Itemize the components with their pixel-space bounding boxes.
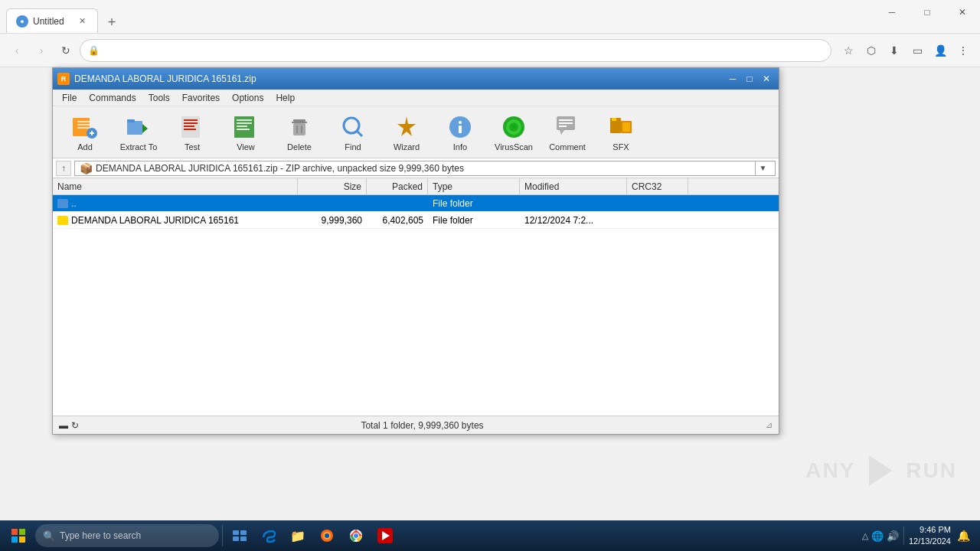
- svg-marker-9: [142, 124, 148, 133]
- profile-button[interactable]: 👤: [929, 40, 951, 61]
- file-type-cell: File folder: [428, 212, 520, 229]
- table-row[interactable]: .. File folder: [53, 195, 779, 212]
- star-button[interactable]: ☆: [838, 40, 859, 61]
- sidebar-button[interactable]: ▭: [906, 40, 928, 61]
- extension-button[interactable]: ⬡: [861, 40, 882, 61]
- file-name-cell: ..: [53, 195, 298, 212]
- toolbar-test-label: Test: [185, 142, 200, 152]
- menu-item-favorites[interactable]: Favorites: [176, 90, 226, 106]
- start-button[interactable]: [3, 522, 34, 549]
- tab-close-button[interactable]: ✕: [76, 15, 88, 28]
- svg-point-34: [511, 125, 516, 129]
- taskbar-divider: [222, 525, 223, 546]
- winrar-maximize-button[interactable]: □: [742, 72, 757, 86]
- svg-rect-44: [622, 122, 630, 132]
- wizard-icon: [393, 113, 420, 141]
- tab-favicon: ●: [16, 15, 28, 28]
- winrar-minimize-button[interactable]: ─: [725, 72, 740, 86]
- toolbar-delete-button[interactable]: Delete: [273, 109, 325, 155]
- folder-icon: [57, 199, 68, 208]
- svg-rect-6: [91, 131, 93, 135]
- menu-item-help[interactable]: Help: [270, 90, 301, 106]
- back-button[interactable]: ‹: [6, 40, 28, 61]
- toolbar-sfx-button[interactable]: SFX: [595, 109, 647, 155]
- menu-item-file[interactable]: File: [56, 90, 83, 106]
- toolbar-find-button[interactable]: Find: [327, 109, 379, 155]
- svg-point-56: [325, 533, 329, 538]
- toolbar-test-button[interactable]: Test: [166, 109, 218, 155]
- taskbar-search-box[interactable]: 🔍 Type here to search: [35, 524, 219, 547]
- file-modified-cell: 12/12/2024 7:2...: [520, 212, 627, 229]
- folder-icon: [57, 216, 68, 225]
- tray-chevron-icon[interactable]: △: [862, 531, 868, 541]
- menu-item-tools[interactable]: Tools: [142, 90, 176, 106]
- column-header-packed[interactable]: Packed: [367, 178, 428, 195]
- toolbar-wizard-label: Wizard: [394, 142, 420, 152]
- address-bar[interactable]: [104, 45, 823, 56]
- comment-icon: [554, 113, 581, 141]
- menu-button[interactable]: ⋮: [952, 40, 974, 61]
- find-icon: [339, 113, 367, 141]
- network-icon: 🌐: [871, 530, 884, 542]
- column-header-modified[interactable]: Modified: [520, 178, 627, 195]
- path-text: DEMANDA LABORAL JURIDICA 165161.zip - ZI…: [96, 163, 752, 174]
- volume-icon[interactable]: 🔊: [887, 530, 899, 542]
- column-header-type[interactable]: Type: [428, 178, 520, 195]
- svg-rect-53: [240, 536, 247, 541]
- taskbar-app-explorer[interactable]: 📁: [284, 522, 312, 549]
- browser-maximize-button[interactable]: □: [910, 0, 945, 24]
- column-header-size[interactable]: Size: [298, 178, 367, 195]
- toolbar-wizard-button[interactable]: Wizard: [381, 109, 433, 155]
- toolbar-virusscan-label: VirusScan: [495, 142, 533, 152]
- svg-rect-48: [11, 536, 18, 543]
- winrar-controls: ─ □ ✕: [725, 72, 774, 86]
- toolbar-add-button[interactable]: Add: [59, 109, 111, 155]
- svg-point-58: [354, 533, 358, 538]
- forward-button[interactable]: ›: [31, 40, 52, 61]
- taskbar-app-chrome[interactable]: [342, 522, 370, 549]
- system-clock[interactable]: 9:46 PM 12/13/2024: [909, 524, 951, 548]
- notification-button[interactable]: 🔔: [952, 525, 974, 546]
- taskbar-app-edge[interactable]: [255, 522, 283, 549]
- svg-rect-46: [11, 529, 18, 535]
- new-tab-button[interactable]: +: [101, 11, 122, 33]
- svg-marker-45: [869, 455, 892, 486]
- winrar-close-button[interactable]: ✕: [759, 72, 774, 86]
- address-bar-container[interactable]: 🔒: [80, 39, 831, 62]
- browser-nav-bar: ‹ › ↻ 🔒 ☆ ⬡ ⬇ ▭ 👤 ⋮: [0, 34, 980, 67]
- anyrun-taskbar-icon: [377, 528, 393, 543]
- browser-tab[interactable]: ● Untitled ✕: [6, 8, 98, 33]
- svg-rect-30: [459, 126, 462, 133]
- tab-title: Untitled: [33, 16, 71, 27]
- toolbar-info-button[interactable]: Info: [434, 109, 486, 155]
- table-row[interactable]: DEMANDA LABORAL JURIDICA 165161 9,999,36…: [53, 212, 779, 229]
- status-icon-1: ▬: [59, 420, 68, 431]
- toolbar-view-button[interactable]: View: [220, 109, 272, 155]
- taskbar-app-anyrun[interactable]: [371, 522, 399, 549]
- toolbar-delete-label: Delete: [287, 142, 312, 152]
- taskbar-app-firefox[interactable]: [313, 522, 341, 549]
- path-up-button[interactable]: ↑: [56, 161, 71, 176]
- download-button[interactable]: ⬇: [884, 40, 905, 61]
- browser-close-button[interactable]: ✕: [945, 0, 980, 24]
- browser-chrome: ● Untitled ✕ + ─ □ ✕: [0, 0, 980, 34]
- menu-item-options[interactable]: Options: [226, 90, 270, 106]
- anyrun-watermark: ANY RUN: [805, 452, 957, 490]
- delete-icon: [286, 113, 313, 141]
- toolbar-extract-button[interactable]: Extract To: [113, 109, 165, 155]
- status-corner: ⊿: [766, 420, 773, 430]
- svg-marker-27: [397, 116, 416, 136]
- browser-minimize-button[interactable]: ─: [874, 0, 910, 24]
- path-dropdown-button[interactable]: ▼: [755, 161, 770, 175]
- toolbar-virusscan-button[interactable]: VirusScan: [488, 109, 540, 155]
- virusscan-icon: [500, 113, 528, 141]
- refresh-button[interactable]: ↻: [55, 40, 77, 61]
- svg-rect-8: [127, 119, 135, 122]
- column-header-crc32[interactable]: CRC32: [627, 178, 688, 195]
- taskbar-app-task-view[interactable]: [226, 522, 253, 549]
- menu-item-commands[interactable]: Commands: [83, 90, 142, 106]
- column-header-name[interactable]: Name: [53, 178, 298, 195]
- toolbar-comment-button[interactable]: Comment: [541, 109, 593, 155]
- info-icon: [446, 113, 474, 141]
- svg-rect-2: [77, 124, 90, 126]
